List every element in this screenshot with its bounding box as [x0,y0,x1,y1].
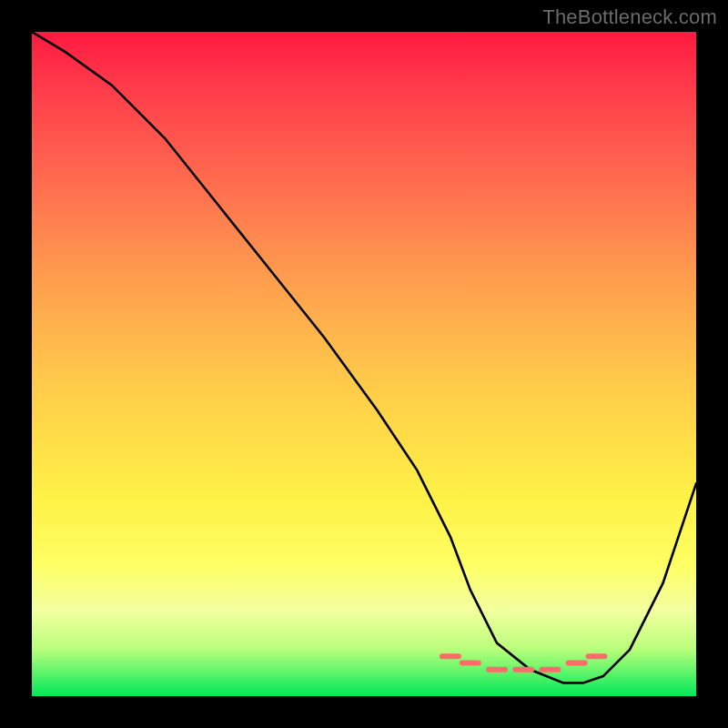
bottleneck-curve-path [32,32,696,682]
watermark-text: TheBottleneck.com [542,5,717,29]
chart-svg [32,32,696,696]
chart-plot-area [32,32,696,696]
